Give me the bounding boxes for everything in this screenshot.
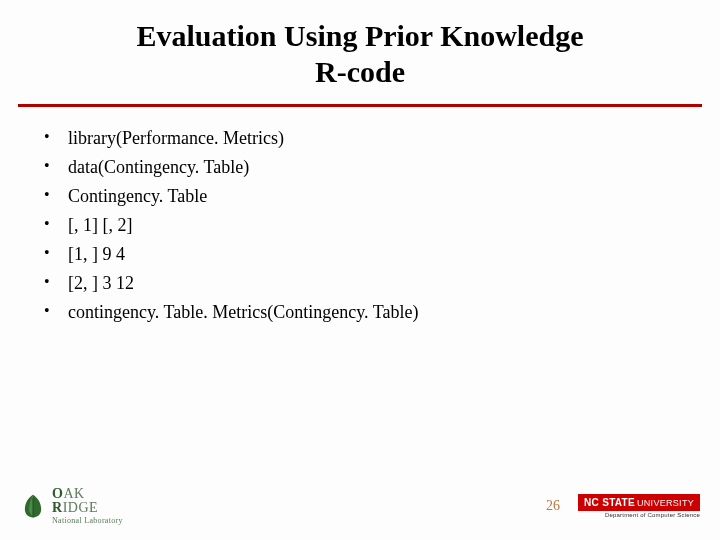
nc-state-sub: Department of Computer Science [578,512,700,518]
logo-char: AK [63,486,84,501]
nc-state-main: NC STATE [584,497,635,508]
slide: Evaluation Using Prior Knowledge R-code … [0,0,720,540]
bullet-text: [2, ] 3 12 [68,273,134,293]
list-item: Contingency. Table [40,183,680,210]
oak-ridge-text: OAKRIDGE National Laboratory [52,487,123,525]
oak-ridge-line2: National Laboratory [52,517,123,525]
slide-body: library(Performance. Metrics) data(Conti… [0,107,720,326]
list-item: library(Performance. Metrics) [40,125,680,152]
logo-char: IDGE [63,500,98,515]
slide-footer: OAKRIDGE National Laboratory 26 NC STATE… [0,486,720,526]
list-item: contingency. Table. Metrics(Contingency.… [40,299,680,326]
nc-state-suffix: UNIVERSITY [637,498,694,508]
bullet-text: [1, ] 9 4 [68,244,125,264]
list-item: data(Contingency. Table) [40,154,680,181]
bullet-text: data(Contingency. Table) [68,157,249,177]
oak-ridge-logo: OAKRIDGE National Laboratory [20,487,123,525]
nc-state-bar: NC STATEUNIVERSITY [578,494,700,511]
page-number: 26 [546,498,560,514]
nc-state-logo: NC STATEUNIVERSITY Department of Compute… [578,494,700,518]
logo-char: O [52,486,63,501]
bullet-text: [, 1] [, 2] [68,215,132,235]
leaf-icon [20,493,46,519]
list-item: [2, ] 3 12 [40,270,680,297]
oak-ridge-line1: OAKRIDGE [52,487,123,515]
list-item: [1, ] 9 4 [40,241,680,268]
logo-char: R [52,500,63,515]
title-line-1: Evaluation Using Prior Knowledge [137,19,584,52]
bullet-text: library(Performance. Metrics) [68,128,284,148]
bullet-text: Contingency. Table [68,186,207,206]
footer-right: 26 NC STATEUNIVERSITY Department of Comp… [546,494,700,518]
slide-title: Evaluation Using Prior Knowledge R-code [0,0,720,100]
list-item: [, 1] [, 2] [40,212,680,239]
bullet-list: library(Performance. Metrics) data(Conti… [40,125,680,326]
title-line-2: R-code [315,55,405,88]
bullet-text: contingency. Table. Metrics(Contingency.… [68,302,418,322]
